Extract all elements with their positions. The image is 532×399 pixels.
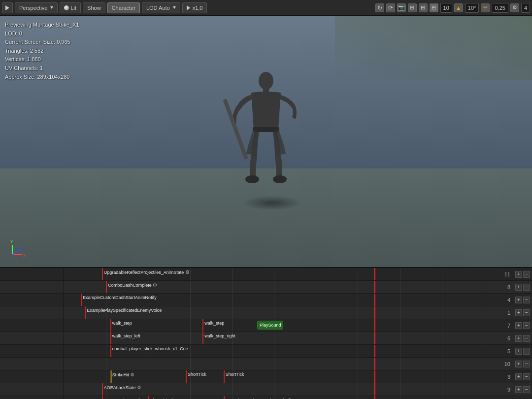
screen-icon[interactable]: ⊞ [408, 3, 417, 12]
track-content-4[interactable]: ExamplePlaySpecificatedEnemyVoice [64, 306, 484, 319]
track-label-3 [0, 294, 64, 306]
track-number-7: 5 [484, 345, 513, 357]
track-controls-9: + − [513, 373, 532, 380]
refresh-icon[interactable]: ⟳ [386, 3, 395, 12]
track-minus-3[interactable]: − [523, 297, 530, 303]
track-number-1: 11 [484, 268, 513, 280]
timeline-row-3: ExampleCustomDashStartAnimNotify 4 + − [0, 294, 532, 306]
track-minus-4[interactable]: − [523, 309, 530, 316]
angle-number[interactable]: 10° [465, 3, 479, 13]
settings-icon[interactable]: ⚙ [510, 3, 519, 12]
track-content-1[interactable]: UpgradableReflectProjectiles_AnimState [64, 268, 484, 280]
timeline-row-4: ExamplePlaySpecificatedEnemyVoice 1 + − [0, 306, 532, 319]
track-minus-1[interactable]: − [523, 271, 530, 278]
track-controls-7: + − [513, 348, 532, 355]
track-plus-8[interactable]: + [515, 361, 522, 367]
track-label-2 [0, 281, 64, 293]
vertices-text: Vertices: 1 880 [5, 55, 79, 64]
rotate-icon[interactable]: ↻ [375, 3, 384, 12]
toolbar: Perspective Lit Show Character LOD Auto … [0, 0, 532, 16]
timeline-row-10: AOEAttackState 9 + − [0, 383, 532, 396]
track-plus-2[interactable]: + [515, 284, 522, 291]
timeline-row-5: walk_step walk_step PlaySound 7 + − [0, 319, 532, 332]
track-number-3: 4 [484, 294, 513, 306]
perspective-button[interactable]: Perspective [15, 2, 58, 13]
svg-text:Z: Z [20, 245, 23, 250]
character-figure [222, 70, 310, 208]
screen-size-text: Current Screen Size: 0,965 [5, 38, 79, 47]
timeline-row-6: walk_step_left walk_step_right 6 + − [0, 332, 532, 345]
grid-icon2[interactable]: ⊟ [430, 3, 438, 12]
svg-line-8 [12, 250, 20, 255]
track-minus-5[interactable]: − [523, 322, 530, 329]
preview-text: Previewing Montage Strike_X1 [5, 21, 79, 30]
track-content-9[interactable]: StrikeHit ShortTick ShortTick [64, 370, 484, 383]
track-label-9 [0, 370, 64, 383]
track-content-6[interactable]: walk_step_left walk_step_right [64, 332, 484, 344]
svg-point-5 [273, 175, 287, 183]
timeline-row-11: AOEAttackState ShortTick CancelSpecialMo… [0, 396, 532, 399]
track-content-3[interactable]: ExampleCustomDashStartAnimNotify [64, 294, 484, 306]
track-label-5 [0, 319, 64, 332]
track-plus-5[interactable]: + [515, 322, 522, 329]
lod-text: LOD: 0 [5, 30, 79, 38]
track-plus-3[interactable]: + [515, 297, 522, 303]
track-label-8 [0, 358, 64, 370]
track-plus-9[interactable]: + [515, 373, 522, 380]
lit-button[interactable]: Lit [60, 2, 81, 13]
track-number-9: 3 [484, 370, 513, 383]
track-label-7 [0, 345, 64, 357]
foliage-hint [335, 16, 532, 80]
lod-button[interactable]: LOD Auto [142, 2, 180, 13]
track-minus-6[interactable]: − [523, 335, 530, 342]
viewport[interactable]: Previewing Montage Strike_X1 LOD: 0 Curr… [0, 16, 532, 267]
track-controls-6: + − [513, 335, 532, 342]
track-number-5: 7 [484, 319, 513, 332]
icon-number[interactable]: 4 [521, 3, 530, 13]
track-content-5[interactable]: walk_step walk_step PlaySound [64, 319, 484, 332]
play-button[interactable] [2, 2, 13, 13]
track-number-4: 1 [484, 306, 513, 319]
grid-icon[interactable]: ⊞ [419, 3, 428, 12]
track-label-4 [0, 306, 64, 319]
track-minus-2[interactable]: − [523, 284, 530, 291]
timeline-row-7: combat_player_stick_whoosh_x1_Cue 5 + − [0, 345, 532, 358]
timeline-row-8: 10 + − [0, 358, 532, 370]
track-plus-6[interactable]: + [515, 335, 522, 342]
track-minus-10[interactable]: − [523, 386, 530, 393]
lit-label: Lit [70, 5, 76, 11]
track-plus-7[interactable]: + [515, 348, 522, 355]
uv-text: UV Channels: 1 [5, 64, 79, 73]
timeline-row-1: UpgradableReflectProjectiles_AnimState 1… [0, 268, 532, 281]
track-label-1 [0, 268, 64, 280]
track-number-2: 8 [484, 281, 513, 293]
track-controls-3: + − [513, 297, 532, 303]
scale-button[interactable]: x1,0 [182, 2, 207, 13]
warning-icon[interactable]: ▲ [454, 3, 463, 12]
track-plus-1[interactable]: + [515, 271, 522, 278]
track-label-6 [0, 332, 64, 344]
track-minus-8[interactable]: − [523, 361, 530, 367]
lod-label: LOD Auto [146, 5, 170, 11]
track-controls-2: + − [513, 284, 532, 291]
character-button[interactable]: Character [107, 2, 140, 13]
show-button[interactable]: Show [83, 2, 105, 13]
track-content-11[interactable]: AOEAttackState ShortTick CancelSpecialMo… [64, 396, 484, 399]
perspective-label: Perspective [19, 5, 47, 11]
triangles-text: Triangles: 2 532 [5, 47, 79, 56]
detail-number[interactable]: 0,25 [492, 3, 508, 13]
track-content-7[interactable]: combat_player_stick_whoosh_x1_Cue [64, 345, 484, 357]
track-plus-4[interactable]: + [515, 309, 522, 316]
track-minus-7[interactable]: − [523, 348, 530, 355]
track-minus-9[interactable]: − [523, 373, 530, 380]
track-number-10: 9 [484, 383, 513, 396]
track-plus-10[interactable]: + [515, 386, 522, 393]
track-content-10[interactable]: AOEAttackState [64, 383, 484, 396]
track-content-2[interactable]: ComboDashComplete [64, 281, 484, 293]
track-content-8[interactable] [64, 358, 484, 370]
toolbar-right: ↻ ⟳ 📷 ⊞ ⊞ ⊟ 10 ▲ 10° ✏ 0,25 ⚙ 4 [375, 3, 530, 13]
grid-number[interactable]: 10 [440, 3, 452, 13]
camera-icon[interactable]: 📷 [397, 3, 406, 12]
brush-icon[interactable]: ✏ [481, 3, 490, 12]
show-label: Show [87, 5, 101, 11]
